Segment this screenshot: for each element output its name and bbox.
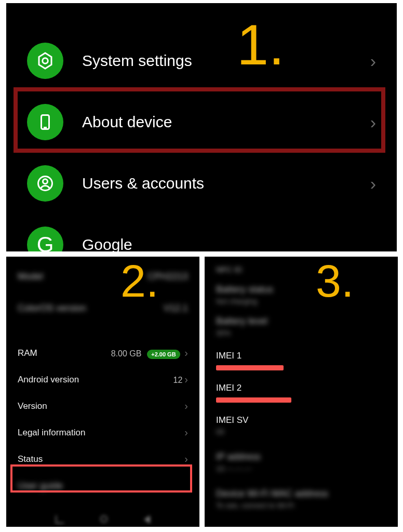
settings-list-panel: System settings › About device › Users &… [6,3,397,251]
nav-recent-icon [56,515,64,524]
row-label: IMEI 1 [216,351,386,361]
ram-extension-badge: +2.00 GB [147,350,180,359]
android-version-value: 12 [173,376,183,384]
row-android-version[interactable]: Android version 12› [6,366,199,393]
chevron-right-icon: › [184,400,188,412]
blurred-row: Battery status Not charging [205,279,398,311]
redacted-value [216,365,284,370]
step-number-2: 2. [120,255,158,308]
row-label: Google [82,236,381,251]
nav-home-icon [100,515,108,523]
ram-value: 8.00 GB [111,349,142,358]
chevron-right-icon: › [370,112,376,132]
blurred-row: User guide [6,475,199,497]
row-label: Legal information [18,428,85,438]
row-label: IMEI 2 [216,383,386,393]
row-version[interactable]: Version › [6,393,199,419]
row-users-accounts[interactable]: Users & accounts › [6,153,397,214]
chevron-right-icon: › [370,51,376,71]
blurred-row: ColorOS version V12.1 [6,298,199,319]
nav-bar [6,515,199,524]
row-label: Users & accounts [82,175,370,192]
row-label: Status [18,454,43,464]
chevron-right-icon: › [184,427,188,438]
blurred-row: Model CPH2213 [6,266,199,287]
blurred-row: IP address 10.---.---.--- [205,446,398,478]
blurred-row: NFC ID [205,260,398,279]
step-number-3: 3. [316,255,354,308]
chevron-right-icon: › [184,374,188,385]
chevron-right-icon: › [184,453,188,465]
row-label: Android version [18,375,79,385]
row-label: About device [82,113,370,131]
google-icon: G [27,227,63,251]
svg-point-0 [43,58,48,64]
svg-point-4 [43,179,48,184]
row-label: Version [18,401,47,411]
row-label: RAM [18,348,37,358]
redacted-value [216,397,291,403]
row-imei-2: IMEI 2 [205,378,398,410]
user-icon [27,165,63,202]
chevron-right-icon: › [370,174,376,194]
step-number-1: 1. [237,11,285,77]
nav-back-icon [144,515,150,524]
row-about-device[interactable]: About device › [6,91,397,153]
about-device-panel: Model CPH2213 ColorOS version V12.1 RAM … [6,257,199,527]
gear-hex-icon [27,43,63,79]
chevron-right-icon: › [184,347,188,358]
row-google[interactable]: G Google [6,214,397,251]
row-imei-sv: IMEI SV 09 [205,410,398,443]
row-imei-1: IMEI 1 [205,345,398,378]
device-icon [27,104,63,140]
row-system-settings[interactable]: System settings › [6,30,397,91]
blurred-row: Device Wi-Fi MAC address To see, connect… [205,483,398,515]
row-label: System settings [82,52,370,70]
blurred-row: Battery level 30% [205,311,398,342]
row-label: IMEI SV [216,415,386,425]
row-ram[interactable]: RAM 8.00 GB +2.00 GB › [6,340,199,366]
status-panel: NFC ID Battery status Not charging Batte… [205,257,398,527]
row-legal-information[interactable]: Legal information › [6,419,199,446]
row-status[interactable]: Status › [6,446,199,472]
